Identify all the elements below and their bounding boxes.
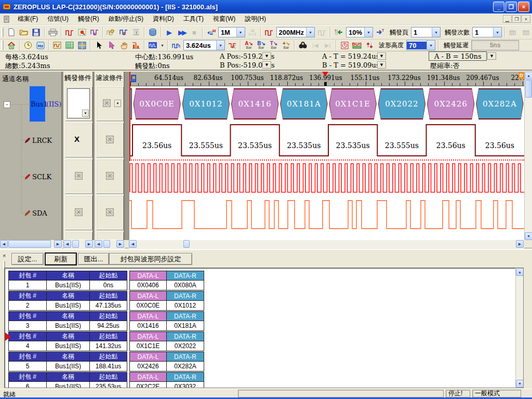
clock-icon[interactable] <box>22 39 34 51</box>
bus-analysis-icon[interactable] <box>147 26 158 38</box>
pulse-width-icon[interactable] <box>339 39 350 51</box>
packet-row[interactable]: 封包 #名稱起始點5Bus1(IIS)188.41usDATA-LDATA-R0… <box>8 352 206 371</box>
filter-cell-3[interactable]: ✕ <box>96 195 123 230</box>
trigger-cell-2[interactable]: ✕ <box>65 159 92 193</box>
b-pos-dropdown[interactable]: ▼ <box>262 61 271 69</box>
combo-3624us[interactable]: 3.624us▼ <box>183 40 225 50</box>
a-t-dropdown[interactable]: ▼ <box>377 52 386 60</box>
packet-button-1[interactable]: 設定... <box>11 253 44 265</box>
trigger-marker-icon[interactable] <box>322 72 328 76</box>
chevron-down-icon[interactable]: ▼ <box>82 110 89 117</box>
trigger-cell-4[interactable] <box>65 232 92 240</box>
combo-1m[interactable]: 1M▼ <box>218 27 245 37</box>
d-bar-flag[interactable]: D <box>518 72 524 79</box>
trigger-cell-3[interactable]: ✕ <box>65 195 92 230</box>
combo-10[interactable]: 10%▼ <box>346 27 373 37</box>
filter-hscrollbar[interactable]: ◀▶ <box>95 240 125 248</box>
list-window-icon[interactable] <box>64 39 75 51</box>
sampling-setup-icon[interactable] <box>64 26 75 38</box>
a-bar-icon[interactable]: A↘Bar <box>243 39 255 51</box>
compare-icon[interactable] <box>364 39 375 51</box>
wave-zoom-combo-icon[interactable] <box>147 39 158 51</box>
filter-cell-1[interactable]: ✕ <box>96 123 123 157</box>
packet-close-icon[interactable]: × <box>3 253 6 258</box>
memory-page-icon[interactable]: M <box>205 26 217 38</box>
filter-cell-4[interactable] <box>96 232 123 240</box>
menu-item-2[interactable]: 信號(U) <box>43 14 73 24</box>
menu-item-1[interactable]: 檔案(F) <box>13 14 43 24</box>
packet-row[interactable]: 封包 #名稱起始點3Bus1(IIS)94.25usDATA-LDATA-R0X… <box>8 311 206 330</box>
trigger-hscrollbar[interactable]: ◀▶ <box>63 240 94 248</box>
a-pos-dropdown[interactable]: ▼ <box>262 52 271 60</box>
minimize-button[interactable]: _ <box>493 2 504 12</box>
menu-item-3[interactable]: 觸發(R) <box>73 14 104 24</box>
packet-row[interactable]: 封包 #名稱起始點6Bus1(IIS)235.53usDATA-LDATA-R0… <box>8 372 206 388</box>
group-setup-icon[interactable]: E <box>89 26 100 38</box>
a-bar-flag[interactable] <box>131 75 136 82</box>
channel-bus-name[interactable]: Bus1 <box>31 100 48 108</box>
trigger-flag-icon[interactable]: T <box>105 26 117 38</box>
menu-item-5[interactable]: 資料(D) <box>148 14 179 24</box>
chevron-down-icon[interactable]: ▼ <box>427 41 435 50</box>
waveform-panel[interactable]: 64.514us82.634us100.753us118.872us136.99… <box>129 72 524 240</box>
chevron-down-icon[interactable]: ▼ <box>493 28 501 37</box>
chevron-down-icon[interactable]: ▼ <box>159 40 166 50</box>
statistics-icon[interactable] <box>130 39 142 51</box>
packet-row[interactable]: 封包 #名稱起始點2Bus1(IIS)47.135usDATA-LDATA-R0… <box>8 291 206 310</box>
time-ruler[interactable]: 64.514us82.634us100.753us118.872us136.99… <box>129 72 524 86</box>
menu-item-8[interactable]: 說明(H) <box>240 14 271 24</box>
packet-button-4[interactable]: 封包與波形同步設定 <box>109 253 192 265</box>
disabled-checkbox-icon[interactable]: ✕ <box>103 99 111 107</box>
mdi-restore-button[interactable]: ❐ <box>512 15 521 23</box>
open-file-icon[interactable] <box>18 26 30 38</box>
a-b-dropdown[interactable]: ▼ <box>487 52 496 60</box>
trigger-delay-icon[interactable]: T <box>130 26 142 38</box>
mdi-close-button[interactable]: × <box>522 15 530 23</box>
packet-button-2[interactable]: 刷新 <box>45 253 76 265</box>
home-icon[interactable]: N <box>6 39 17 51</box>
add-bar-icon[interactable]: +↘Bar <box>281 39 292 51</box>
packet-vscrollbar[interactable]: ▲ ▼ <box>515 268 523 388</box>
chevron-down-icon[interactable]: ▼ <box>236 28 245 37</box>
repeat-run-icon[interactable]: ▶▶ <box>176 26 188 38</box>
disabled-checkbox-icon[interactable]: ✕ <box>106 208 114 216</box>
new-file-icon[interactable] <box>6 26 17 38</box>
combo-70[interactable]: 70▼ <box>406 40 435 50</box>
filter-cell-2[interactable]: ✕ <box>96 159 123 193</box>
toolbar-grip[interactable] <box>1 41 4 50</box>
menu-item-7[interactable]: 視窗(W) <box>208 14 240 24</box>
packet-button-3[interactable]: 匯出... <box>78 253 109 265</box>
mdi-minimize-button[interactable]: ▁ <box>503 15 512 23</box>
goto-trigger-bar-icon[interactable] <box>227 39 238 51</box>
toolbar-grip[interactable] <box>1 28 4 37</box>
disabled-checkbox-icon[interactable]: ✕ <box>106 172 114 180</box>
tree-expander[interactable]: − <box>4 101 10 108</box>
channel-item-lrck[interactable]: LRCK <box>24 137 52 144</box>
filter-cell-0[interactable]: ✕▼ <box>96 86 123 121</box>
filter-setup-icon[interactable] <box>76 26 88 38</box>
chevron-down-icon[interactable]: ▼ <box>114 100 121 107</box>
pointer-icon[interactable] <box>93 39 104 51</box>
t-bar-icon[interactable]: T↘Bar <box>268 39 280 51</box>
hand-icon[interactable] <box>118 39 129 51</box>
channel-hscrollbar[interactable]: ◀▶ <box>0 240 62 248</box>
trigger-cell-1[interactable]: X <box>65 123 92 157</box>
chevron-down-icon[interactable]: ▼ <box>364 28 373 37</box>
sampling-wave-icon[interactable] <box>263 26 275 38</box>
document-icon[interactable] <box>1 14 12 25</box>
menu-item-4[interactable]: 啟動/停止(S) <box>104 14 148 24</box>
close-button[interactable]: × <box>518 2 529 12</box>
packet-row[interactable]: 封包 #名稱起始點4Bus1(IIS)141.32usDATA-LDATA-R0… <box>8 331 206 351</box>
combo-1[interactable]: 1▼ <box>411 27 441 37</box>
packet-row[interactable]: 封包 #名稱起始點1Bus1(IIS)0nsDATA-LDATA-R0X0406… <box>8 271 206 290</box>
bus-trigger-combo[interactable]: ▼ <box>67 88 90 118</box>
restore-button[interactable]: ❐ <box>506 2 517 12</box>
select-icon[interactable] <box>105 39 117 51</box>
chevron-down-icon[interactable]: ▼ <box>306 28 314 37</box>
waveform-vscrollbar[interactable]: ▲ ▼ <box>524 72 532 240</box>
disabled-checkbox-icon[interactable]: ✕ <box>75 208 83 216</box>
zoom-bar-icon[interactable] <box>170 39 182 51</box>
lrck-trigger-condition[interactable]: X <box>74 135 79 143</box>
waveform-window-icon[interactable] <box>51 39 63 51</box>
b-t-dropdown[interactable]: ▼ <box>377 61 386 69</box>
